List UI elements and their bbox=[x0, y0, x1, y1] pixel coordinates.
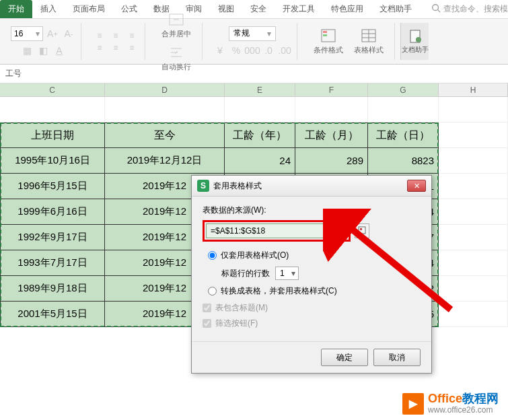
header-months[interactable]: 工龄（月） bbox=[295, 123, 368, 148]
radio-convert-label: 转换成表格，并套用表格样式(C) bbox=[221, 285, 337, 297]
merge-group: 合并居中 自动换行 bbox=[151, 23, 203, 60]
search-placeholder: 查找命令、搜索模 bbox=[443, 3, 508, 15]
font-group: 16 ▾ A+ A- ▦ ◧ A bbox=[5, 23, 81, 60]
tab-dochelper[interactable]: 文档助手 bbox=[371, 0, 420, 18]
watermark-title: Office教程网 bbox=[428, 392, 499, 406]
dialog-titlebar[interactable]: S 套用表格样式 ✕ bbox=[192, 176, 431, 197]
col-header-g[interactable]: G bbox=[368, 83, 439, 96]
align-top-center-icon[interactable]: ≡ bbox=[108, 30, 123, 41]
column-headers: C D E F G H bbox=[0, 83, 508, 97]
watermark: ▶ Office教程网 www.office26.com bbox=[402, 392, 499, 415]
check-filter-label: 筛选按钮(F) bbox=[215, 318, 258, 329]
tab-formula[interactable]: 公式 bbox=[113, 0, 145, 18]
watermark-logo-icon: ▶ bbox=[402, 393, 424, 415]
fill-color-icon[interactable]: ◧ bbox=[36, 44, 50, 57]
formula-content: 工号 bbox=[5, 68, 22, 79]
align-right-icon[interactable]: ≡ bbox=[124, 42, 139, 53]
font-size-input[interactable]: 16 ▾ bbox=[11, 26, 43, 41]
tab-insert[interactable]: 插入 bbox=[32, 0, 65, 18]
range-input[interactable] bbox=[206, 223, 347, 238]
header-date[interactable]: 上班日期 bbox=[0, 123, 105, 148]
font-color-icon[interactable]: A bbox=[52, 44, 66, 57]
cond-format-icon bbox=[320, 28, 336, 44]
search-icon bbox=[431, 3, 441, 15]
header-today[interactable]: 至今 bbox=[105, 123, 225, 148]
cancel-button[interactable]: 取消 bbox=[373, 349, 421, 366]
col-header-h[interactable]: H bbox=[439, 83, 508, 96]
col-header-d[interactable]: D bbox=[105, 83, 225, 96]
radio-style-only[interactable] bbox=[208, 251, 217, 260]
blank-row bbox=[0, 97, 508, 123]
align-top-right-icon[interactable]: ≡ bbox=[124, 30, 139, 41]
col-header-e[interactable]: E bbox=[225, 83, 295, 96]
font-inc-icon[interactable]: A+ bbox=[46, 27, 59, 40]
check-filter bbox=[203, 319, 211, 328]
ok-button[interactable]: 确定 bbox=[321, 349, 368, 366]
doc-helper-button[interactable]: 文档助手 bbox=[400, 23, 429, 60]
tab-start[interactable]: 开始 bbox=[0, 0, 32, 18]
dec-inc-icon[interactable]: .0 bbox=[262, 44, 275, 57]
search-box[interactable]: 查找命令、搜索模 bbox=[431, 3, 508, 15]
align-center-icon[interactable]: ≡ bbox=[108, 42, 123, 53]
table-header-row: 上班日期 至今 工龄（年） 工龄（月） 工龄（日） bbox=[0, 123, 508, 148]
svg-point-0 bbox=[433, 5, 439, 11]
border-icon[interactable]: ▦ bbox=[20, 44, 34, 57]
dec-dec-icon[interactable]: .00 bbox=[278, 44, 291, 57]
header-years[interactable]: 工龄（年） bbox=[225, 123, 295, 148]
align-group: ≡ ≡ ≡ ≡ ≡ ≡ bbox=[87, 23, 145, 60]
formula-bar[interactable]: 工号 bbox=[0, 65, 508, 83]
tab-dev[interactable]: 开发工具 bbox=[275, 0, 323, 18]
svg-rect-6 bbox=[323, 34, 327, 36]
number-group: 常规 ▾ ¥ % 000 .0 .00 bbox=[208, 23, 297, 60]
svg-rect-14 bbox=[360, 228, 362, 230]
svg-rect-5 bbox=[323, 31, 327, 33]
svg-line-1 bbox=[438, 10, 441, 13]
comma-icon[interactable]: 000 bbox=[246, 44, 259, 57]
ribbon-tabs: 开始 插入 页面布局 公式 数据 审阅 视图 安全 开发工具 特色应用 文档助手… bbox=[0, 0, 508, 19]
header-days[interactable]: 工龄（日） bbox=[368, 123, 439, 148]
currency-icon[interactable]: ¥ bbox=[213, 44, 227, 57]
style-group: 条件格式 表格样式 bbox=[303, 23, 395, 60]
percent-icon[interactable]: % bbox=[229, 44, 243, 57]
source-label: 表数据的来源(W): bbox=[203, 205, 421, 216]
cond-format-button[interactable]: 条件格式 bbox=[308, 25, 349, 58]
range-picker-icon bbox=[357, 225, 367, 237]
merge-icon bbox=[168, 11, 184, 28]
font-dec-icon[interactable]: A- bbox=[62, 27, 75, 40]
number-format-dropdown[interactable]: 常规 ▾ bbox=[229, 26, 276, 41]
tab-special[interactable]: 特色应用 bbox=[323, 0, 371, 18]
align-top-left-icon[interactable]: ≡ bbox=[92, 30, 107, 41]
col-header-f[interactable]: F bbox=[295, 83, 368, 96]
tab-security[interactable]: 安全 bbox=[242, 0, 275, 18]
close-icon: ✕ bbox=[414, 182, 420, 190]
tab-layout[interactable]: 页面布局 bbox=[65, 0, 113, 18]
check-header bbox=[203, 304, 211, 312]
check-header-label: 表包含标题(M) bbox=[215, 302, 268, 314]
table-row: 1995年10月16日 2019年12月12日 24 289 8823 bbox=[0, 148, 508, 174]
radio-convert[interactable] bbox=[208, 287, 217, 295]
dialog-title-text: 套用表格样式 bbox=[213, 180, 262, 192]
table-style-button[interactable]: 表格样式 bbox=[349, 25, 389, 58]
range-picker-button[interactable] bbox=[355, 223, 369, 238]
table-style-dialog: S 套用表格样式 ✕ 表数据的来源(W): 仅套用表格样式(O) 标题行的行数 bbox=[191, 175, 432, 374]
watermark-url: www.office26.com bbox=[428, 406, 499, 415]
range-highlight bbox=[203, 220, 351, 242]
merge-button[interactable]: 合并居中 bbox=[156, 9, 196, 42]
title-rows-label: 标题行的行数 bbox=[221, 268, 270, 279]
wrap-icon bbox=[168, 44, 184, 61]
doc-helper-icon bbox=[408, 29, 422, 45]
wrap-button[interactable]: 自动换行 bbox=[156, 42, 196, 75]
wps-logo-icon: S bbox=[197, 180, 209, 192]
align-left-icon[interactable]: ≡ bbox=[92, 42, 107, 53]
svg-point-12 bbox=[416, 37, 421, 42]
close-button[interactable]: ✕ bbox=[407, 180, 426, 192]
col-header-c[interactable]: C bbox=[0, 83, 105, 96]
radio-style-only-label: 仅套用表格样式(O) bbox=[221, 250, 289, 261]
table-style-icon bbox=[361, 28, 377, 44]
ribbon-toolbar: 16 ▾ A+ A- ▦ ◧ A ≡ ≡ ≡ ≡ ≡ ≡ 合并居中 bbox=[0, 19, 508, 65]
tab-view[interactable]: 视图 bbox=[210, 0, 242, 18]
title-rows-spinner[interactable]: 1 ▾ bbox=[275, 267, 299, 280]
